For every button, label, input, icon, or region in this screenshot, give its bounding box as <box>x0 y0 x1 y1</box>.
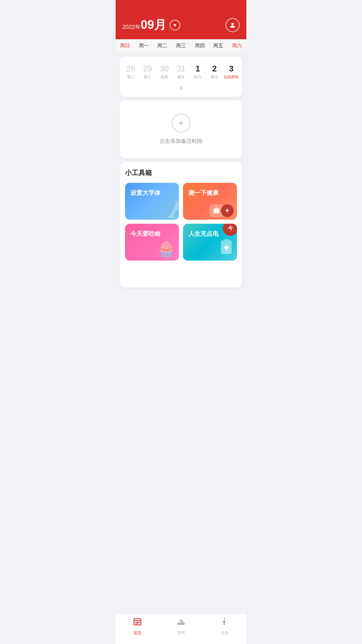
weekday-fri: 周五 <box>209 43 228 49</box>
day-number: 31 <box>173 64 189 74</box>
collapse-calendar-button[interactable]: ∧ <box>122 82 240 94</box>
calendar-day-1[interactable]: 1 初六 <box>189 62 206 82</box>
add-note-label: 点击添加备注时间 <box>160 138 202 145</box>
svg-rect-8 <box>139 622 140 623</box>
food-icon: 🧁 <box>157 240 176 258</box>
day-lunar-special: 抗战胜利 <box>224 74 239 79</box>
font-icon: 𝐹 <box>168 198 179 220</box>
nav-home[interactable]: 首页 <box>124 617 151 636</box>
day-lunar: 初七 <box>207 74 222 79</box>
add-note-icon: + <box>172 114 190 132</box>
svg-rect-9 <box>135 624 137 624</box>
calendar-day-30[interactable]: 30 初四 <box>156 62 173 82</box>
toolbox-title: 小工具箱 <box>125 168 237 177</box>
calendar-day-2[interactable]: 2 初七 <box>206 62 223 82</box>
day-lunar: 初四 <box>157 74 172 79</box>
day-lunar: 初六 <box>190 74 205 79</box>
calendar-day-3[interactable]: 3 抗战胜利 <box>223 62 240 82</box>
calendar-day-31[interactable]: 31 初五 <box>173 62 189 82</box>
weekdays-bar: 周日 周一 周二 周三 周四 周五 周六 <box>116 39 246 53</box>
day-number: 1 <box>190 64 205 74</box>
day-number: 2 <box>207 64 222 74</box>
weekday-tue: 周二 <box>153 43 172 49</box>
header: 2022年09月 ▼ <box>116 0 246 39</box>
nav-home-label: 首页 <box>133 630 141 636</box>
health-plus-icon: + <box>221 204 234 217</box>
calendar-week-row: 28 初二 29 初三 30 初四 31 初五 1 初六 2 初七 3 <box>122 62 240 82</box>
add-note-card[interactable]: + 点击添加备注时间 <box>120 100 242 158</box>
plus-icon: + <box>178 118 184 128</box>
weekday-wed: 周三 <box>172 43 190 49</box>
tool-food-label: 今天要吃啥 <box>130 230 174 238</box>
walk-icon <box>220 617 229 629</box>
bottom-nav: 首页 节气 计步 <box>116 613 246 644</box>
calendar-day-29[interactable]: 29 初三 <box>139 62 156 82</box>
home-icon <box>133 617 142 629</box>
weekday-sat: 周六 <box>228 43 246 49</box>
energy-icon <box>220 239 232 258</box>
avatar-button[interactable] <box>226 18 240 32</box>
year-label: 2022年 <box>122 24 141 30</box>
weather-icon <box>176 617 186 629</box>
tool-health[interactable]: 测一下健康 + <box>183 183 237 220</box>
day-number: 28 <box>123 64 138 74</box>
chevron-down-icon: ▼ <box>173 22 177 28</box>
toolbox-grid: 设置大字体 𝐹 测一下健康 + 今天要吃啥 🧁 今 人生充点电 <box>125 183 237 261</box>
nav-jieqi[interactable]: 节气 <box>168 617 194 636</box>
nav-jieqi-label: 节气 <box>177 630 185 636</box>
day-lunar: 初三 <box>140 74 155 79</box>
header-year-month: 2022年09月 <box>122 17 166 33</box>
nav-steps[interactable]: 计步 <box>211 617 238 636</box>
svg-rect-10 <box>137 624 138 624</box>
svg-rect-6 <box>135 622 137 623</box>
tool-font[interactable]: 设置大字体 𝐹 <box>125 183 179 220</box>
tool-font-label: 设置大字体 <box>130 189 174 197</box>
header-left: 2022年09月 ▼ <box>122 17 180 33</box>
day-number: 30 <box>157 64 172 74</box>
calendar-card: 28 初二 29 初三 30 初四 31 初五 1 初六 2 初七 3 <box>120 57 242 97</box>
svg-point-12 <box>224 618 226 620</box>
day-lunar: 初五 <box>173 74 189 79</box>
health-icon-group: + <box>209 204 234 217</box>
day-number: 3 <box>224 64 239 74</box>
weekday-mon: 周一 <box>134 43 153 49</box>
tool-energy[interactable]: 今 人生充点电 <box>183 224 237 261</box>
tool-food[interactable]: 今天要吃啥 🧁 <box>125 224 179 261</box>
month-dropdown-button[interactable]: ▼ <box>170 20 180 31</box>
nav-steps-label: 计步 <box>221 630 229 636</box>
weekday-sun: 周日 <box>116 43 134 49</box>
tool-health-label: 测一下健康 <box>188 189 232 197</box>
svg-rect-7 <box>137 622 138 623</box>
toolbox-card: 小工具箱 设置大字体 𝐹 测一下健康 + 今天要吃啥 🧁 今 人生充点电 <box>120 162 242 287</box>
user-icon <box>229 21 236 29</box>
calendar-day-28[interactable]: 28 初二 <box>122 62 139 82</box>
day-number: 29 <box>140 64 155 74</box>
svg-point-0 <box>231 22 234 25</box>
svg-rect-2 <box>224 239 229 240</box>
month-label: 09月 <box>141 18 166 32</box>
svg-point-11 <box>180 620 182 621</box>
day-lunar: 初二 <box>123 74 138 79</box>
weekday-thu: 周四 <box>190 43 209 49</box>
